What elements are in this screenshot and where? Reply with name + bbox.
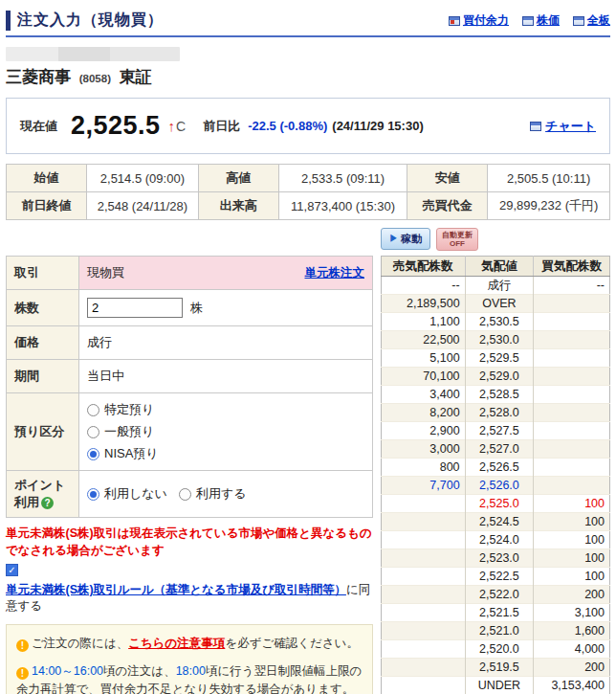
quote-price[interactable]: 2,530.0 [465,331,534,349]
quote-price[interactable]: 2,527.5 [465,422,534,440]
price-header: 気配値 [465,257,534,277]
order-entry-page: 注文入力（現物買） 買付余力株価全板 三菱商事 (8058) 東証 現在値 2,… [0,0,616,694]
quote-price[interactable]: 2,527.0 [465,440,534,459]
order-book-row: 2,189,500 OVER [382,295,610,313]
deposit-option[interactable]: 一般預り [87,423,364,440]
header-link-label: 買付余力 [463,12,509,29]
quote-label: 売買代金 [407,192,488,220]
order-book-row: -- 成行 -- [382,277,610,295]
quote-price[interactable]: UNDER [465,677,534,694]
notes-box: !ご注文の際には、こちらの注意事項を必ずご確認ください。 !14:00～16:0… [6,624,373,694]
order-book-table: 売気配株数 気配値 買気配株数 -- 成行 -- 2,189,500 OVER [381,256,610,694]
run-button[interactable]: ▶稼動 [381,228,430,250]
order-book-row: 1,100 2,530.5 [382,313,610,331]
agreement-checkbox[interactable] [6,564,18,576]
help-icon[interactable]: ? [41,497,54,509]
quote-price[interactable]: 成行 [465,277,534,295]
quote-label: 安値 [407,165,488,192]
period-value: 当日中 [79,360,373,393]
buy-quantity: 100 [534,531,610,549]
quote-price[interactable]: 2,522.5 [465,568,534,586]
order-book-row: 2,523.0 100 [382,549,610,568]
buy-quantity: 100 [534,549,610,568]
quote-price[interactable]: 2,525.0 [465,495,534,513]
quote-label: 出来高 [198,192,278,220]
stock-market: 東証 [120,68,152,86]
point-use-label: ポイント利用? [7,471,79,518]
quote-price[interactable]: 2,520.0 [465,640,534,659]
quote-price[interactable]: 2,523.0 [465,549,534,568]
quote-row: 前日終値 2,548 (24/11/28) 出来高 11,873,400 (15… [7,192,610,220]
quote-price[interactable]: 2,524.0 [465,531,534,549]
point-option[interactable]: 利用しない [87,485,167,503]
agreement-row: 単元未満株(S株)取引ルール（基準となる市場及び取引時間等）に同意する [6,564,373,615]
quote-price[interactable]: 2,519.5 [465,659,534,677]
buy-quantity: -- [534,277,610,295]
current-price-value: 2,525.5 [71,111,161,141]
quantity-label: 株数 [7,290,79,326]
order-book-row: 70,100 2,529.0 [382,368,610,386]
buy-quantity [534,404,610,422]
order-book-row: 22,500 2,530.0 [382,331,610,349]
buy-quantity [534,313,610,331]
quote-price[interactable]: 2,529.5 [465,349,534,368]
header-link-label: 株価 [537,12,560,29]
chart-link[interactable]: チャート [530,118,596,135]
auto-update-off-button[interactable]: 自動更新OFF [436,228,478,251]
order-book-column: 売気配株数 気配値 買気配株数 -- 成行 -- 2,189,500 OVER [381,256,610,694]
quote-price[interactable]: 2,521.0 [465,622,534,640]
sell-quantity [382,549,466,568]
deposit-option[interactable]: 特定預り [87,401,364,418]
buy-quantity [534,477,610,495]
quote-price[interactable]: OVER [465,295,534,313]
quote-value: 2,505.5 (10:11) [488,165,610,192]
buy-quantity [534,440,610,459]
quote-price[interactable]: 2,522.0 [465,586,534,604]
sell-quantity: 800 [382,459,466,477]
quote-price[interactable]: 2,521.5 [465,604,534,622]
sell-quantity [382,604,466,622]
quote-price[interactable]: 2,528.5 [465,386,534,404]
note-line-2: !14:00～16:00頃の注文は、18:00頃に行う翌日制限値幅上限の余力再計… [16,662,363,694]
quote-price[interactable]: 2,528.0 [465,404,534,422]
caution-link[interactable]: こちらの注意事項 [128,637,225,650]
order-book-row: 3,000 2,527.0 [382,440,610,459]
radio-icon [87,426,99,438]
quote-price[interactable]: 2,524.5 [465,513,534,531]
order-book-row: 2,519.5 200 [382,659,610,677]
buy-quantity: 100 [534,513,610,531]
header-link[interactable]: 買付余力 [449,12,509,29]
buy-quantity [534,295,610,313]
quote-price[interactable]: 2,529.0 [465,368,534,386]
unit-share-order-link[interactable]: 単元株注文 [305,265,365,281]
order-book-row: 2,522.5 100 [382,568,610,586]
point-option[interactable]: 利用する [179,485,247,503]
trading-rule-link[interactable]: 単元未満株(S株)取引ルール（基準となる市場及び取引時間等） [6,583,346,596]
sell-quantity: 7,700 [382,477,466,495]
warning-icon: ! [16,667,29,680]
play-icon: ▶ [389,233,398,245]
buy-quantity: 3,100 [534,604,610,622]
order-book-row: 2,900 2,527.5 [382,422,610,440]
quote-price[interactable]: 2,526.0 [465,477,534,495]
buy-quantity [534,368,610,386]
quote-value: 2,548 (24/11/28) [87,192,199,220]
header-link[interactable]: 全板 [573,12,610,29]
sell-quantity [382,622,466,640]
stock-code: (8058) [79,73,111,84]
order-book-row: 2,522.0 200 [382,586,610,604]
sell-quantity [382,677,466,694]
header-link-label: 全板 [587,12,610,29]
order-book-row: 2,524.5 100 [382,513,610,531]
deposit-option[interactable]: NISA預り [87,445,364,462]
quote-value: 11,873,400 (15:30) [278,192,407,220]
quote-value: 29,899,232 (千円) [488,192,610,220]
quantity-input[interactable] [87,298,183,318]
quote-price[interactable]: 2,530.5 [465,313,534,331]
quote-price[interactable]: 2,526.5 [465,459,534,477]
header-link[interactable]: 株価 [522,12,560,29]
page-header: 注文入力（現物買） 買付余力株価全板 [6,6,610,37]
external-window-icon [449,16,460,26]
current-price-panel: 現在値 2,525.5 ↑ C 前日比 -22.5 (-0.88%) (24/1… [6,98,610,154]
external-window-icon [522,16,534,26]
